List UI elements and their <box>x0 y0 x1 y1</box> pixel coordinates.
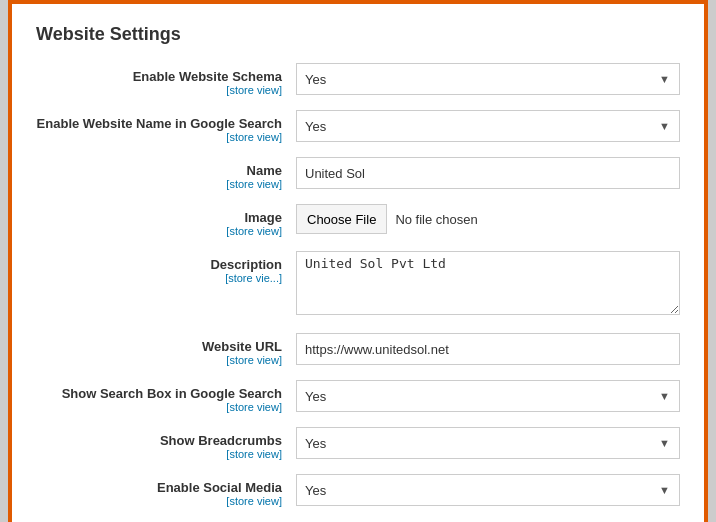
choose-file-button[interactable]: Choose File <box>296 204 387 234</box>
label-sub-description: [store vie...] <box>36 272 282 284</box>
input-col-description: United Sol Pvt Ltd <box>296 251 680 319</box>
input-col-enable-website-name: YesNo <box>296 110 680 142</box>
label-main-enable-website-name: Enable Website Name in Google Search <box>36 116 282 131</box>
form-row-website-url: Website URL[store view] <box>36 333 680 366</box>
settings-panel: Website Settings Enable Website Schema[s… <box>8 0 708 522</box>
input-website-url[interactable] <box>296 333 680 365</box>
label-main-description: Description <box>36 257 282 272</box>
input-col-show-breadcrumbs: YesNo <box>296 427 680 459</box>
label-sub-show-breadcrumbs: [store view] <box>36 448 282 460</box>
select-wrapper-show-search-box: YesNo <box>296 380 680 412</box>
label-sub-enable-website-name: [store view] <box>36 131 282 143</box>
form-row-description: Description[store vie...]United Sol Pvt … <box>36 251 680 319</box>
label-sub-enable-social-media: [store view] <box>36 495 282 507</box>
form-row-enable-social-media: Enable Social Media[store view]YesNo <box>36 474 680 507</box>
label-sub-enable-website-schema: [store view] <box>36 84 282 96</box>
label-sub-name: [store view] <box>36 178 282 190</box>
select-enable-social-media[interactable]: YesNo <box>296 474 680 506</box>
label-main-show-search-box: Show Search Box in Google Search <box>36 386 282 401</box>
label-main-image: Image <box>36 210 282 225</box>
label-col-show-breadcrumbs: Show Breadcrumbs[store view] <box>36 427 296 460</box>
label-main-enable-social-media: Enable Social Media <box>36 480 282 495</box>
label-col-website-url: Website URL[store view] <box>36 333 296 366</box>
page-title: Website Settings <box>36 24 680 45</box>
label-col-enable-social-media: Enable Social Media[store view] <box>36 474 296 507</box>
select-enable-website-schema[interactable]: YesNo <box>296 63 680 95</box>
input-col-website-url <box>296 333 680 365</box>
select-wrapper-show-breadcrumbs: YesNo <box>296 427 680 459</box>
select-wrapper-enable-social-media: YesNo <box>296 474 680 506</box>
label-main-show-breadcrumbs: Show Breadcrumbs <box>36 433 282 448</box>
label-sub-image: [store view] <box>36 225 282 237</box>
select-show-search-box[interactable]: YesNo <box>296 380 680 412</box>
label-col-enable-website-name: Enable Website Name in Google Search[sto… <box>36 110 296 143</box>
no-file-label: No file chosen <box>395 212 477 227</box>
input-col-enable-website-schema: YesNo <box>296 63 680 95</box>
label-col-name: Name[store view] <box>36 157 296 190</box>
input-col-image: Choose FileNo file chosen <box>296 204 680 234</box>
label-sub-website-url: [store view] <box>36 354 282 366</box>
label-main-enable-website-schema: Enable Website Schema <box>36 69 282 84</box>
input-col-enable-social-media: YesNo <box>296 474 680 506</box>
form-row-show-search-box: Show Search Box in Google Search[store v… <box>36 380 680 413</box>
label-main-website-url: Website URL <box>36 339 282 354</box>
form-row-image: Image[store view]Choose FileNo file chos… <box>36 204 680 237</box>
select-enable-website-name[interactable]: YesNo <box>296 110 680 142</box>
label-col-show-search-box: Show Search Box in Google Search[store v… <box>36 380 296 413</box>
select-wrapper-enable-website-schema: YesNo <box>296 63 680 95</box>
label-sub-show-search-box: [store view] <box>36 401 282 413</box>
label-col-description: Description[store vie...] <box>36 251 296 284</box>
form-row-enable-website-name: Enable Website Name in Google Search[sto… <box>36 110 680 143</box>
form-row-show-breadcrumbs: Show Breadcrumbs[store view]YesNo <box>36 427 680 460</box>
form-row-enable-website-schema: Enable Website Schema[store view]YesNo <box>36 63 680 96</box>
input-col-show-search-box: YesNo <box>296 380 680 412</box>
form-row-name: Name[store view] <box>36 157 680 190</box>
label-col-image: Image[store view] <box>36 204 296 237</box>
input-col-name <box>296 157 680 189</box>
label-main-name: Name <box>36 163 282 178</box>
file-row-image: Choose FileNo file chosen <box>296 204 680 234</box>
select-wrapper-enable-website-name: YesNo <box>296 110 680 142</box>
label-col-enable-website-schema: Enable Website Schema[store view] <box>36 63 296 96</box>
input-name[interactable] <box>296 157 680 189</box>
textarea-description[interactable]: United Sol Pvt Ltd <box>296 251 680 315</box>
select-show-breadcrumbs[interactable]: YesNo <box>296 427 680 459</box>
